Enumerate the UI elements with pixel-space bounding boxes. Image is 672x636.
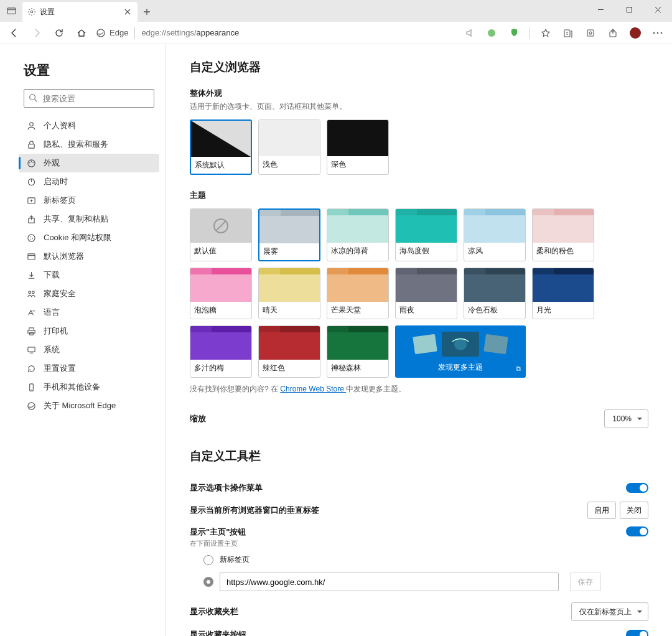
power-icon [26, 177, 36, 187]
vtabs-disable-button[interactable]: 关闭 [620, 502, 648, 519]
sidebar-item-newtab[interactable]: 新标签页 [19, 191, 159, 210]
sidebar-item-cookie[interactable]: Cookie 和网站权限 [19, 228, 159, 247]
forward-button[interactable] [26, 24, 47, 42]
theme-tile[interactable]: 晨雾 [258, 208, 320, 261]
new-tab-button[interactable] [138, 2, 156, 21]
sidebar-item-system[interactable]: 系统 [19, 340, 159, 359]
profile-button[interactable] [625, 24, 646, 42]
theme-tile[interactable]: 月光 [532, 268, 594, 319]
sidebar-item-lock[interactable]: 隐私、搜索和服务 [19, 135, 159, 154]
sidebar-item-user[interactable]: 个人资料 [19, 116, 159, 135]
theme-label: 冰凉的薄荷 [327, 243, 388, 260]
family-icon [26, 289, 36, 299]
theme-tile[interactable]: 海岛度假 [395, 208, 457, 261]
theme-tile[interactable]: 多汁的梅 [190, 325, 252, 378]
svg-rect-16 [28, 144, 34, 148]
theme-tile[interactable]: 雨夜 [395, 268, 457, 319]
svg-point-8 [589, 32, 592, 34]
vertical-tabs-label: 显示当前所有浏览器窗口的垂直标签 [190, 505, 319, 516]
window-minimize-button[interactable] [586, 0, 615, 19]
tab-manager-button[interactable] [0, 0, 22, 22]
home-url-input[interactable] [220, 573, 559, 591]
sidebar-item-reset[interactable]: 重置设置 [19, 359, 159, 378]
browser-tab[interactable]: 设置 [22, 2, 138, 22]
sidebar-item-label: 手机和其他设备 [44, 381, 100, 393]
lock-icon [26, 140, 36, 149]
theme-label: 柔和的粉色 [533, 243, 594, 260]
appearance-mode-dark[interactable]: 深色 [327, 119, 389, 175]
theme-tile[interactable]: 神秘森林 [327, 325, 389, 378]
theme-tile[interactable]: 凉风 [464, 208, 526, 261]
theme-label: 辣红色 [259, 360, 320, 376]
sidebar-item-label: 默认浏览器 [44, 251, 84, 262]
search-settings-input[interactable] [24, 89, 154, 108]
sidebar-item-browser[interactable]: 默认浏览器 [19, 247, 159, 266]
sidebar-item-brush[interactable]: 外观 [19, 154, 159, 172]
extensions-button[interactable] [580, 24, 601, 42]
sidebar-item-label: 隐私、搜索和服务 [44, 139, 108, 150]
svg-point-28 [30, 239, 31, 240]
tab-actions-toggle[interactable] [626, 483, 648, 493]
theme-tile[interactable]: 默认值 [190, 208, 252, 261]
home-newtab-radio[interactable] [203, 555, 213, 565]
theme-tile[interactable]: 辣红色 [258, 325, 320, 378]
back-button[interactable] [4, 24, 25, 42]
theme-tile[interactable]: 芒果天堂 [327, 268, 389, 319]
sidebar-item-label: 启动时 [44, 176, 68, 187]
share-button[interactable] [602, 24, 623, 42]
zoom-select[interactable]: 100% [604, 409, 648, 428]
theme-label: 冷色石板 [464, 302, 525, 319]
search-icon [29, 93, 37, 102]
appearance-mode-light[interactable]: 浅色 [258, 119, 320, 175]
theme-tile[interactable]: 冷色石板 [464, 268, 526, 319]
vtabs-enable-button[interactable]: 启用 [587, 502, 616, 519]
more-button[interactable] [647, 24, 668, 42]
home-button-toggle[interactable] [626, 526, 648, 536]
appearance-mode-split[interactable]: 系统默认 [190, 119, 252, 175]
sidebar-item-family[interactable]: 家庭安全 [19, 284, 159, 303]
fav-bar-select[interactable]: 仅在新标签页上 [571, 602, 648, 621]
chrome-web-store-link[interactable]: Chrome Web Store [280, 385, 346, 393]
tab-title: 设置 [40, 7, 55, 17]
collections-button[interactable] [558, 24, 579, 42]
share-icon [26, 215, 36, 224]
discover-more-themes[interactable]: 发现更多主题⧉ [395, 325, 526, 378]
printer-icon [26, 327, 36, 336]
home-newtab-radio-label: 新标签页 [220, 554, 250, 565]
ext-shield-icon[interactable] [503, 24, 525, 42]
theme-tile[interactable]: 冰凉的薄荷 [327, 208, 389, 261]
sidebar-item-edge[interactable]: 关于 Microsoft Edge [19, 396, 159, 415]
customize-browser-heading: 自定义浏览器 [190, 59, 648, 75]
fav-btn-toggle[interactable] [626, 630, 648, 636]
close-tab-button[interactable] [123, 7, 133, 17]
appearance-mode-label: 系统默认 [191, 157, 251, 174]
ext-green-dot[interactable] [481, 24, 502, 42]
theme-label: 默认值 [190, 243, 251, 260]
fav-bar-label: 显示收藏夹栏 [190, 606, 238, 617]
refresh-button[interactable] [49, 24, 70, 42]
cookie-icon [26, 233, 36, 243]
favorites-button[interactable] [535, 24, 556, 42]
sidebar-item-lang[interactable]: 语言 [19, 303, 159, 322]
window-titlebar: 设置 [0, 0, 672, 22]
home-url-save-button[interactable]: 保存 [570, 573, 601, 591]
appearance-mode-label: 深色 [327, 156, 388, 173]
home-url-radio[interactable] [203, 577, 213, 587]
sidebar-item-power[interactable]: 启动时 [19, 172, 159, 191]
separator [530, 27, 530, 39]
address-bar[interactable]: Edge edge://settings/appearance [96, 27, 239, 39]
theme-tile[interactable]: 柔和的粉色 [532, 208, 594, 261]
sidebar-item-printer[interactable]: 打印机 [19, 322, 159, 340]
svg-point-39 [30, 389, 31, 390]
read-aloud-button[interactable] [459, 24, 480, 42]
url-text: edge://settings/appearance [141, 28, 239, 37]
sidebar-item-download[interactable]: 下载 [19, 266, 159, 284]
theme-tile[interactable]: 泡泡糖 [190, 268, 252, 319]
window-close-button[interactable] [643, 0, 672, 19]
sidebar-item-phone[interactable]: 手机和其他设备 [19, 378, 159, 396]
sidebar-item-label: 语言 [44, 307, 60, 318]
theme-tile[interactable]: 晴天 [258, 268, 320, 319]
window-maximize-button[interactable] [615, 0, 643, 19]
sidebar-item-share[interactable]: 共享、复制和粘贴 [19, 210, 159, 228]
home-button[interactable] [71, 24, 92, 42]
